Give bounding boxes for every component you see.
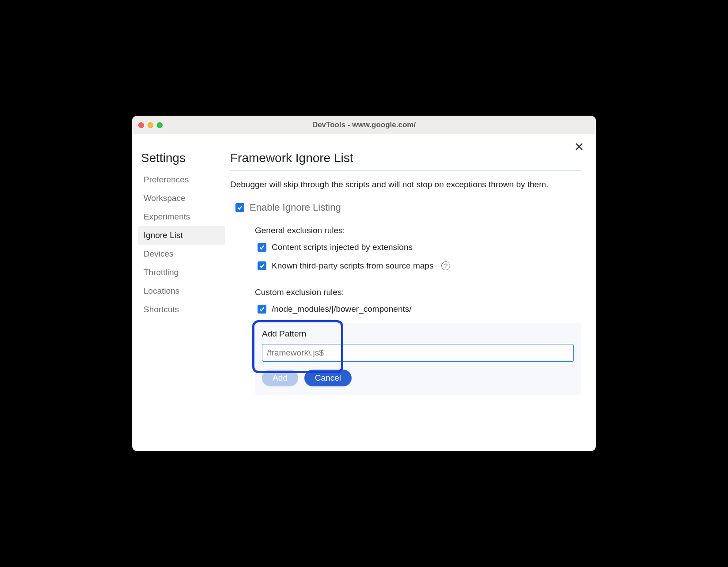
settings-body: Settings Preferences Workspace Experimen…: [132, 134, 596, 451]
close-icon[interactable]: [575, 141, 584, 153]
cancel-button[interactable]: Cancel: [304, 370, 352, 386]
sidebar-title: Settings: [138, 151, 225, 170]
add-pattern-panel: Add Pattern Add Cancel: [255, 323, 581, 395]
general-rules-label: General exclusion rules:: [255, 226, 581, 235]
enable-ignore-listing-row: Enable Ignore Listing: [230, 202, 581, 213]
custom-rules-label: Custom exclusion rules:: [255, 287, 581, 297]
sidebar-item-devices[interactable]: Devices: [138, 245, 225, 263]
enable-ignore-listing-label: Enable Ignore Listing: [250, 202, 341, 213]
sidebar-item-ignore-list[interactable]: Ignore List: [138, 226, 225, 245]
sidebar-item-workspace[interactable]: Workspace: [138, 189, 225, 208]
sidebar-item-shortcuts[interactable]: Shortcuts: [138, 300, 225, 319]
rule-content-scripts-label: Content scripts injected by extensions: [272, 242, 413, 252]
settings-sidebar: Settings Preferences Workspace Experimen…: [132, 143, 225, 451]
enable-ignore-listing-checkbox[interactable]: [235, 203, 244, 212]
add-pattern-label: Add Pattern: [262, 329, 574, 339]
sidebar-item-throttling[interactable]: Throttling: [138, 263, 225, 282]
rule-content-scripts-checkbox[interactable]: [258, 243, 266, 252]
settings-main: Framework Ignore List Debugger will skip…: [225, 143, 596, 451]
rule-content-scripts: Content scripts injected by extensions: [258, 242, 581, 252]
rule-node-modules-label: /node_modules/|/bower_components/: [272, 304, 412, 314]
add-button[interactable]: Add: [262, 370, 298, 386]
help-icon[interactable]: ?: [441, 261, 450, 270]
pattern-input[interactable]: [262, 344, 574, 362]
devtools-window: DevTools - www.google.com/ Settings Pref…: [132, 116, 596, 451]
rule-third-party-scripts-checkbox[interactable]: [258, 261, 266, 270]
rule-third-party-scripts-label: Known third-party scripts from source ma…: [272, 261, 433, 271]
titlebar: DevTools - www.google.com/: [132, 116, 596, 134]
rule-third-party-scripts: Known third-party scripts from source ma…: [258, 261, 581, 271]
sidebar-item-locations[interactable]: Locations: [138, 282, 225, 300]
rule-node-modules: /node_modules/|/bower_components/: [258, 304, 581, 314]
sidebar-item-preferences[interactable]: Preferences: [138, 170, 225, 189]
sidebar-item-experiments[interactable]: Experiments: [138, 208, 225, 226]
page-description: Debugger will skip through the scripts a…: [230, 179, 581, 190]
window-title: DevTools - www.google.com/: [132, 121, 596, 129]
add-pattern-buttons: Add Cancel: [262, 370, 574, 386]
page-title: Framework Ignore List: [230, 151, 581, 171]
rule-node-modules-checkbox[interactable]: [258, 305, 266, 314]
